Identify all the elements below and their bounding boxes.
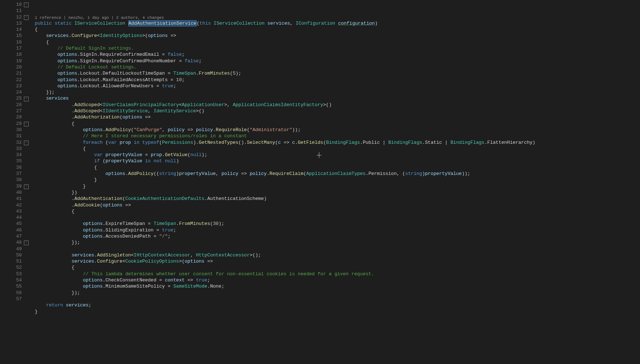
- code-editor[interactable]: 💡 10111213141516171819202122232425262728…: [0, 0, 640, 364]
- code-line[interactable]: [35, 246, 640, 252]
- code-line[interactable]: }: [35, 309, 640, 315]
- line-number: 29: [7, 121, 22, 127]
- line-number: 31: [7, 133, 22, 139]
- code-line[interactable]: services.Configure<CookiePolicyOptions>(…: [35, 258, 640, 264]
- line-number: 28: [7, 114, 22, 120]
- code-line[interactable]: // Here I stored necessary permissions/r…: [35, 133, 640, 139]
- line-number: 17: [7, 45, 22, 51]
- code-line[interactable]: // This lambda determines whether user c…: [35, 271, 640, 277]
- code-line[interactable]: {: [35, 264, 640, 271]
- line-number: 39: [7, 183, 22, 189]
- code-line[interactable]: options.AccessDeniedPath = "/";: [35, 233, 640, 239]
- line-number: 34: [7, 152, 22, 158]
- fold-toggle[interactable]: −: [24, 15, 29, 20]
- code-line[interactable]: if (propertyValue is not null): [35, 158, 640, 164]
- line-number: 54: [7, 277, 22, 283]
- code-line[interactable]: return services;: [35, 302, 640, 308]
- line-number: 44: [7, 214, 22, 221]
- line-number: 53: [7, 271, 22, 277]
- code-line[interactable]: });: [35, 239, 640, 246]
- line-number: 49: [7, 246, 22, 252]
- fold-toggle[interactable]: −: [24, 122, 29, 126]
- code-line[interactable]: foreach (var prop in typeof(Permissions)…: [35, 139, 640, 146]
- code-line[interactable]: }: [35, 177, 640, 183]
- code-line[interactable]: [35, 315, 640, 321]
- code-line[interactable]: .AddAuthorization(options =>: [35, 114, 640, 120]
- line-number: 18: [7, 51, 22, 58]
- code-line[interactable]: });: [35, 89, 640, 95]
- code-line[interactable]: options.CheckConsentNeeded = context => …: [35, 277, 640, 283]
- line-number: 21: [7, 70, 22, 76]
- fold-toggle[interactable]: −: [24, 240, 29, 245]
- code-line[interactable]: options.MinimumSameSitePolicy = SameSite…: [35, 283, 640, 289]
- code-line[interactable]: 1 reference | neozhu, 1 day ago | 2 auth…: [35, 19, 640, 20]
- line-number: 16: [7, 39, 22, 45]
- code-line[interactable]: [35, 214, 640, 221]
- code-line[interactable]: options.Lockout.DefaultLockoutTimeSpan =…: [35, 70, 640, 76]
- code-line[interactable]: [35, 296, 640, 302]
- line-number: 37: [7, 171, 22, 177]
- fold-toggle[interactable]: −: [24, 184, 29, 189]
- code-line[interactable]: options.ExpireTimeSpan = TimeSpan.FromMi…: [35, 221, 640, 227]
- line-number: 19: [7, 58, 22, 64]
- code-area[interactable]: 1 reference | neozhu, 1 day ago | 2 auth…: [30, 0, 640, 364]
- line-number: 27: [7, 108, 22, 114]
- code-line[interactable]: {: [35, 164, 640, 171]
- line-number-gutter: 1011121314151617181920212223242526272829…: [7, 0, 23, 364]
- code-line[interactable]: options.Lockout.AllowedForNewUsers = tru…: [35, 83, 640, 89]
- line-number: 12: [7, 14, 22, 20]
- code-line[interactable]: {: [35, 26, 640, 33]
- fold-column: −−−−−−−: [23, 0, 30, 364]
- line-number: 35: [7, 158, 22, 164]
- line-number: 48: [7, 239, 22, 246]
- line-number: 50: [7, 252, 22, 258]
- code-line[interactable]: options.SignIn.RequireConfirmedPhoneNumb…: [35, 58, 640, 64]
- line-number: 24: [7, 89, 22, 95]
- line-number: 46: [7, 227, 22, 233]
- code-lens[interactable]: 1 reference | neozhu, 1 day ago | 2 auth…: [35, 16, 164, 20]
- code-line[interactable]: .AddCookie(options =>: [35, 202, 640, 208]
- code-line[interactable]: options.SignIn.RequireConfirmedEmail = f…: [35, 51, 640, 58]
- line-number: 47: [7, 233, 22, 239]
- line-number: 51: [7, 258, 22, 264]
- line-number: 38: [7, 177, 22, 183]
- code-line[interactable]: public static IServiceCollection AddAuth…: [35, 20, 640, 26]
- code-line[interactable]: });: [35, 290, 640, 296]
- line-number: 32: [7, 139, 22, 146]
- line-number: 25: [7, 95, 22, 101]
- code-line[interactable]: // Default SignIn settings.: [35, 45, 640, 51]
- code-line[interactable]: .AddAuthentication(CookieAuthenticationD…: [35, 196, 640, 202]
- code-line[interactable]: options.Lockout.MaxFailedAccessAttempts …: [35, 77, 640, 83]
- code-line[interactable]: var propertyValue = prop.GetValue(null);: [35, 152, 640, 158]
- method-name-highlighted: AddAuthenticationService: [128, 20, 197, 26]
- code-line[interactable]: }): [35, 189, 640, 196]
- line-number: 43: [7, 208, 22, 214]
- code-line[interactable]: }: [35, 183, 640, 189]
- fold-toggle[interactable]: −: [24, 97, 29, 101]
- line-number: 55: [7, 283, 22, 289]
- fold-toggle[interactable]: −: [24, 3, 29, 7]
- code-line[interactable]: options.AddPolicy("CanPurge", policy => …: [35, 127, 640, 133]
- line-number: 13: [7, 20, 22, 26]
- line-number: 30: [7, 127, 22, 133]
- line-number: 41: [7, 196, 22, 202]
- code-line[interactable]: services: [35, 95, 640, 101]
- code-line[interactable]: {: [35, 146, 640, 152]
- code-line[interactable]: options.SlidingExpiration = true;: [35, 227, 640, 233]
- code-line[interactable]: {: [35, 208, 640, 214]
- code-line[interactable]: .AddScoped<IUserClaimsPrincipalFactory<A…: [35, 102, 640, 108]
- margin-icon-column: 💡: [0, 0, 7, 364]
- line-number: 36: [7, 164, 22, 171]
- code-line[interactable]: {: [35, 39, 640, 45]
- code-line[interactable]: options.AddPolicy((string)propertyValue,…: [35, 171, 640, 177]
- code-line[interactable]: services.AddSingleton<IHttpContextAccess…: [35, 252, 640, 258]
- line-number: 15: [7, 33, 22, 39]
- code-line[interactable]: services.Configure<IdentityOptions>(opti…: [35, 33, 640, 39]
- line-number: 20: [7, 64, 22, 70]
- fold-toggle[interactable]: −: [24, 141, 29, 145]
- code-line[interactable]: // Default Lockout settings.: [35, 64, 640, 70]
- line-number: 52: [7, 264, 22, 271]
- line-number: 45: [7, 221, 22, 227]
- code-line[interactable]: {: [35, 121, 640, 127]
- code-line[interactable]: .AddScoped<IIdentityService, IdentitySer…: [35, 108, 640, 114]
